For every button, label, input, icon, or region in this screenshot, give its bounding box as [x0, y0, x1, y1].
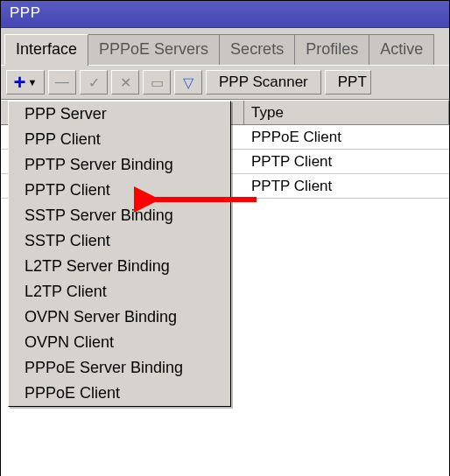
cell-type: PPTP Client — [244, 153, 449, 171]
menu-sstp-client[interactable]: SSTP Client — [9, 228, 230, 254]
workarea: Type PPPoE Client PPTP Client PPTP Clien… — [1, 100, 449, 476]
menu-ppp-server[interactable]: PPP Server — [9, 102, 230, 127]
menu-pptp-client[interactable]: PPTP Client — [9, 178, 230, 203]
ppp-scanner-button[interactable]: PPP Scanner — [206, 70, 321, 94]
add-dropdown-menu: PPP Server PPP Client PPTP Server Bindin… — [8, 101, 231, 407]
disable-button[interactable]: ✕ — [111, 70, 139, 94]
chevron-down-icon: ▼ — [28, 77, 38, 88]
column-header-type[interactable]: Type — [244, 101, 449, 124]
menu-sstp-server-binding[interactable]: SSTP Server Binding — [9, 203, 230, 228]
remove-button[interactable]: — — [48, 70, 76, 94]
cell-type: PPTP Client — [244, 178, 449, 195]
tabstrip: Interface PPPoE Servers Secrets Profiles… — [1, 28, 449, 65]
minus-icon: — — [55, 74, 69, 90]
note-icon: ▭ — [151, 74, 164, 91]
menu-pppoe-client[interactable]: PPPoE Client — [9, 381, 230, 406]
toolbar: + ▼ — ✓ ✕ ▭ ▽ PPP Scanner PPT — [1, 65, 449, 100]
ppp-window: PPP Interface PPPoE Servers Secrets Prof… — [0, 0, 450, 476]
check-icon: ✓ — [88, 74, 100, 91]
comment-button[interactable]: ▭ — [143, 70, 171, 94]
pptp-server-button-truncated[interactable]: PPT — [325, 70, 371, 94]
filter-button[interactable]: ▽ — [174, 70, 202, 94]
funnel-icon: ▽ — [183, 74, 193, 91]
cell-type: PPPoE Client — [244, 129, 449, 146]
tab-secrets[interactable]: Secrets — [219, 34, 295, 65]
menu-pppoe-server-binding[interactable]: PPPoE Server Binding — [9, 355, 230, 381]
add-button[interactable]: + ▼ — [6, 70, 45, 94]
menu-ovpn-server-binding[interactable]: OVPN Server Binding — [9, 304, 230, 330]
menu-l2tp-server-binding[interactable]: L2TP Server Binding — [9, 254, 230, 279]
tab-interface[interactable]: Interface — [4, 34, 88, 66]
x-icon: ✕ — [120, 74, 131, 91]
tab-pppoe-servers[interactable]: PPPoE Servers — [88, 34, 220, 65]
menu-pptp-server-binding[interactable]: PPTP Server Binding — [9, 152, 230, 178]
enable-button[interactable]: ✓ — [80, 70, 108, 94]
menu-l2tp-client[interactable]: L2TP Client — [9, 279, 230, 304]
tab-profiles[interactable]: Profiles — [294, 34, 369, 65]
tab-active[interactable]: Active — [369, 34, 434, 65]
menu-ovpn-client[interactable]: OVPN Client — [9, 330, 230, 355]
menu-ppp-client[interactable]: PPP Client — [9, 127, 230, 152]
window-title: PPP — [1, 1, 449, 28]
plus-icon: + — [14, 74, 26, 90]
